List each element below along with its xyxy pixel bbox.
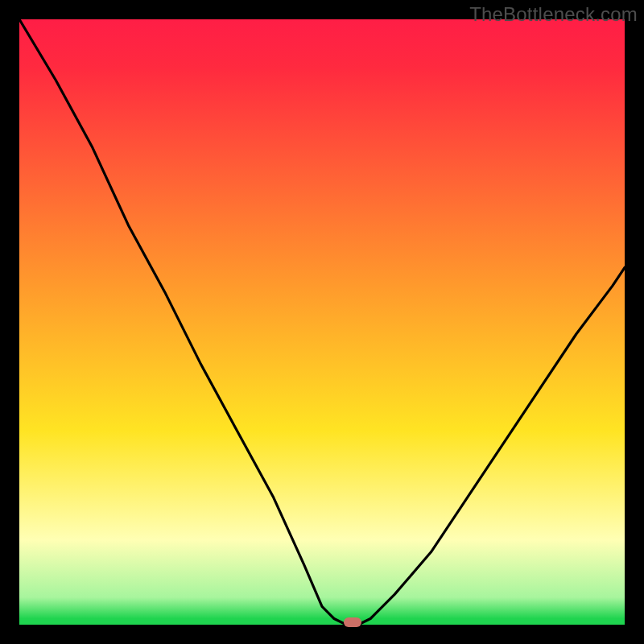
chart-plot-area [19, 19, 625, 625]
bottleneck-curve [19, 19, 625, 625]
watermark-text: TheBottleneck.com [469, 3, 638, 26]
chart-frame: TheBottleneck.com [0, 0, 644, 644]
optimum-marker [344, 617, 361, 627]
